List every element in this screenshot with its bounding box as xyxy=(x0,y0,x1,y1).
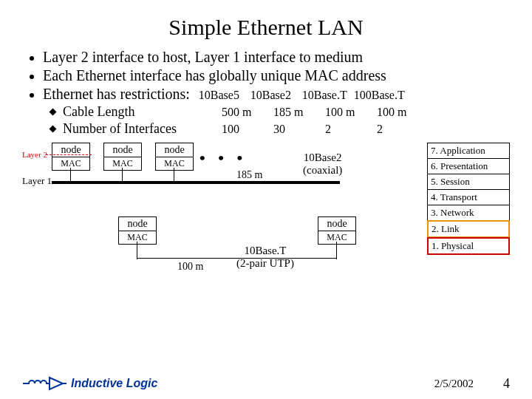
col-header: 10Base.T xyxy=(302,89,354,102)
osi-layer: 7. Application xyxy=(427,143,510,159)
cell: 2 xyxy=(377,123,429,136)
utp-line xyxy=(137,242,137,259)
mac-label: MAC xyxy=(318,231,355,244)
brand-text: Inductive Logic xyxy=(71,377,157,390)
network-diagram: node MAC node MAC node MAC Layer 2 Layer… xyxy=(22,143,510,298)
cable-sub: (2-pair UTP) xyxy=(236,257,294,269)
inductor-icon xyxy=(22,375,66,392)
osi-layer-physical: 1. Physical xyxy=(427,237,510,255)
ellipsis-icon: • • • xyxy=(200,149,247,168)
cell: 500 m xyxy=(222,106,273,119)
bullet-icon xyxy=(30,93,34,98)
node-box: node MAC xyxy=(118,216,157,245)
bullet-icon xyxy=(30,75,34,79)
node-box: node MAC xyxy=(103,143,142,171)
cell: 100 xyxy=(222,123,273,136)
node-label: node xyxy=(318,217,355,231)
col-header: 10Base5 xyxy=(199,89,250,102)
bullet-item: Each Ethernet interface has globally uni… xyxy=(30,67,510,84)
cable-length: 185 m xyxy=(236,169,262,181)
cell: 100 m xyxy=(377,106,429,119)
node-box: node MAC xyxy=(52,143,90,171)
cell: 2 xyxy=(325,123,377,136)
drop-line xyxy=(70,168,71,181)
cable-type: 10Base.T (2-pair UTP) xyxy=(236,245,294,270)
drop-line xyxy=(174,168,174,181)
layer2-label: Layer 2 xyxy=(22,150,47,159)
osi-layer-link: 2. Link xyxy=(427,220,510,238)
bullet-text: Each Ethernet interface has globally uni… xyxy=(43,67,386,84)
row-label: Number of Interfaces xyxy=(63,121,222,137)
coax-cable xyxy=(52,181,340,184)
bullet-text: Layer 2 interface to host, Layer 1 inter… xyxy=(43,49,363,66)
diamond-icon xyxy=(50,126,57,133)
col-header: 10Base2 xyxy=(250,89,302,102)
cable-sub: (coaxial) xyxy=(303,164,342,176)
footer: Inductive Logic 2/5/2002 4 xyxy=(22,375,510,392)
osi-layer: 3. Network xyxy=(427,205,510,221)
page-title: Simple Ethernet LAN xyxy=(22,15,510,40)
brand-logo: Inductive Logic xyxy=(22,375,157,392)
bullet-text: Ethernet has restrictions: xyxy=(43,86,190,103)
mac-label: MAC xyxy=(52,157,89,170)
table-row: Cable Length 500 m 185 m 100 m 100 m xyxy=(50,104,510,120)
osi-layer: 4. Transport xyxy=(427,189,510,205)
page-number: 4 xyxy=(503,376,510,392)
footer-date: 2/5/2002 xyxy=(434,378,474,390)
mac-label: MAC xyxy=(119,231,156,244)
table-header-row: 10Base5 10Base2 10Base.T 100Base.T xyxy=(199,89,406,102)
bullet-item: Ethernet has restrictions: 10Base5 10Bas… xyxy=(30,86,510,103)
osi-stack: 7. Application 6. Presentation 5. Sessio… xyxy=(427,143,510,254)
osi-layer: 5. Session xyxy=(427,174,510,190)
cable-name: 10Base2 xyxy=(304,151,342,163)
restrictions-table: Cable Length 500 m 185 m 100 m 100 m Num… xyxy=(50,104,510,137)
bullet-icon xyxy=(30,56,34,61)
mac-label: MAC xyxy=(104,157,141,170)
cell: 185 m xyxy=(273,106,325,119)
table-row: Number of Interfaces 100 30 2 2 xyxy=(50,121,510,137)
node-box: node MAC xyxy=(318,216,356,245)
col-header: 100Base.T xyxy=(354,89,406,102)
cable-name: 10Base.T xyxy=(244,245,286,256)
diamond-icon xyxy=(50,109,57,116)
node-label: node xyxy=(156,143,193,157)
cable-type: 10Base2 (coaxial) xyxy=(303,151,342,177)
cell: 100 m xyxy=(325,106,377,119)
osi-layer: 6. Presentation xyxy=(427,158,510,174)
bullet-item: Layer 2 interface to host, Layer 1 inter… xyxy=(30,49,510,66)
cable-length: 100 m xyxy=(177,261,203,273)
node-box: node MAC xyxy=(155,143,194,171)
layer1-label: Layer 1 xyxy=(22,175,52,187)
layer2-dash xyxy=(46,154,92,155)
utp-line xyxy=(336,242,337,259)
drop-line xyxy=(122,168,123,181)
bullet-list: Layer 2 interface to host, Layer 1 inter… xyxy=(30,49,510,103)
mac-label: MAC xyxy=(156,157,193,170)
row-label: Cable Length xyxy=(63,104,222,120)
node-label: node xyxy=(52,143,89,157)
node-label: node xyxy=(119,217,156,231)
node-label: node xyxy=(104,143,141,157)
cell: 30 xyxy=(273,123,325,136)
